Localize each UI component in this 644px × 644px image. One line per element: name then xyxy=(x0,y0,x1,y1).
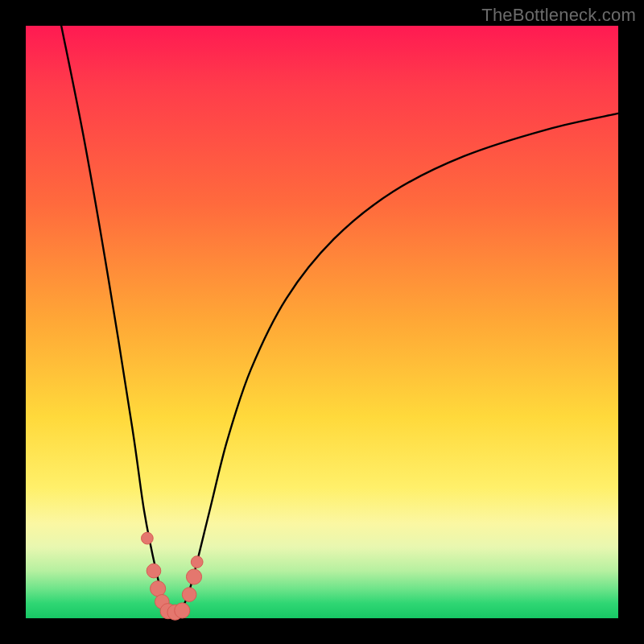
curve-marker xyxy=(151,581,166,597)
curve-marker xyxy=(191,556,203,568)
curve-marker xyxy=(147,564,161,578)
curve-marker xyxy=(182,588,196,602)
curve-marker xyxy=(142,532,154,544)
curve-marker xyxy=(186,569,201,584)
bottleneck-curve xyxy=(61,26,618,613)
curve-marker xyxy=(175,603,190,618)
chart-frame: TheBottleneck.com xyxy=(0,0,644,644)
plot-area xyxy=(26,26,618,618)
watermark-label: TheBottleneck.com xyxy=(481,5,636,26)
chart-svg xyxy=(26,26,618,618)
